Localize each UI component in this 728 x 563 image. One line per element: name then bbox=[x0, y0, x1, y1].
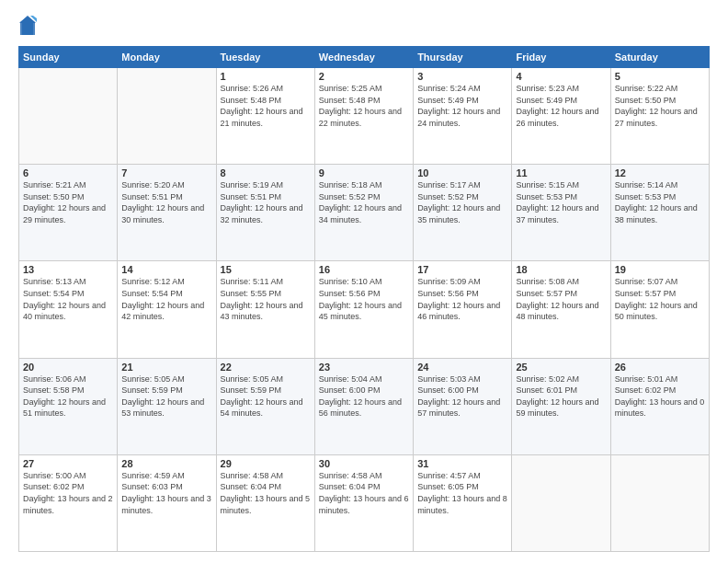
day-number: 24 bbox=[417, 362, 507, 373]
day-cell: 23Sunrise: 5:04 AMSunset: 6:00 PMDayligh… bbox=[314, 358, 413, 454]
day-info: Sunrise: 5:03 AMSunset: 6:00 PMDaylight:… bbox=[417, 373, 507, 419]
day-cell: 11Sunrise: 5:15 AMSunset: 5:53 PMDayligh… bbox=[512, 165, 610, 261]
day-number: 22 bbox=[221, 362, 311, 373]
day-info: Sunrise: 4:58 AMSunset: 6:04 PMDaylight:… bbox=[319, 470, 409, 516]
day-info: Sunrise: 5:18 AMSunset: 5:52 PMDaylight:… bbox=[319, 179, 409, 225]
day-number: 17 bbox=[417, 264, 507, 275]
day-info: Sunrise: 5:15 AMSunset: 5:53 PMDaylight:… bbox=[516, 179, 606, 225]
day-info: Sunrise: 5:24 AMSunset: 5:49 PMDaylight:… bbox=[417, 83, 507, 129]
header bbox=[18, 15, 710, 37]
day-number: 12 bbox=[615, 167, 705, 178]
col-saturday: Saturday bbox=[610, 47, 709, 68]
day-number: 26 bbox=[615, 362, 705, 373]
day-cell: 14Sunrise: 5:12 AMSunset: 5:54 PMDayligh… bbox=[118, 261, 216, 358]
day-number: 10 bbox=[417, 167, 507, 178]
day-cell: 27Sunrise: 5:00 AMSunset: 6:02 PMDayligh… bbox=[19, 454, 118, 551]
day-number: 28 bbox=[121, 458, 211, 469]
calendar-table: Sunday Monday Tuesday Wednesday Thursday… bbox=[18, 46, 710, 552]
day-cell: 10Sunrise: 5:17 AMSunset: 5:52 PMDayligh… bbox=[414, 165, 512, 261]
day-number: 20 bbox=[23, 362, 113, 373]
day-cell: 6Sunrise: 5:21 AMSunset: 5:50 PMDaylight… bbox=[19, 165, 118, 261]
week-row-1: 1Sunrise: 5:26 AMSunset: 5:48 PMDaylight… bbox=[19, 68, 710, 165]
day-cell: 9Sunrise: 5:18 AMSunset: 5:52 PMDaylight… bbox=[314, 165, 413, 261]
calendar-header: Sunday Monday Tuesday Wednesday Thursday… bbox=[19, 47, 710, 68]
col-tuesday: Tuesday bbox=[216, 47, 314, 68]
day-info: Sunrise: 5:14 AMSunset: 5:53 PMDaylight:… bbox=[615, 179, 705, 225]
day-cell: 3Sunrise: 5:24 AMSunset: 5:49 PMDaylight… bbox=[414, 68, 512, 165]
day-info: Sunrise: 5:12 AMSunset: 5:54 PMDaylight:… bbox=[121, 276, 211, 322]
day-info: Sunrise: 5:08 AMSunset: 5:57 PMDaylight:… bbox=[516, 276, 606, 322]
page: Sunday Monday Tuesday Wednesday Thursday… bbox=[0, 0, 728, 563]
day-cell: 8Sunrise: 5:19 AMSunset: 5:51 PMDaylight… bbox=[216, 165, 314, 261]
day-cell: 12Sunrise: 5:14 AMSunset: 5:53 PMDayligh… bbox=[610, 165, 709, 261]
day-info: Sunrise: 5:20 AMSunset: 5:51 PMDaylight:… bbox=[121, 179, 211, 225]
day-number: 5 bbox=[615, 71, 705, 82]
day-number: 31 bbox=[417, 458, 507, 469]
day-number: 8 bbox=[221, 167, 311, 178]
day-info: Sunrise: 5:05 AMSunset: 5:59 PMDaylight:… bbox=[121, 373, 211, 419]
day-info: Sunrise: 5:02 AMSunset: 6:01 PMDaylight:… bbox=[516, 373, 606, 419]
day-number: 11 bbox=[516, 167, 606, 178]
col-wednesday: Wednesday bbox=[314, 47, 413, 68]
day-number: 18 bbox=[516, 264, 606, 275]
col-monday: Monday bbox=[118, 47, 216, 68]
day-number: 16 bbox=[319, 264, 409, 275]
day-number: 2 bbox=[319, 71, 409, 82]
day-info: Sunrise: 5:25 AMSunset: 5:48 PMDaylight:… bbox=[319, 83, 409, 129]
day-cell: 21Sunrise: 5:05 AMSunset: 5:59 PMDayligh… bbox=[118, 358, 216, 454]
day-info: Sunrise: 5:05 AMSunset: 5:59 PMDaylight:… bbox=[221, 373, 311, 419]
day-info: Sunrise: 5:21 AMSunset: 5:50 PMDaylight:… bbox=[23, 179, 113, 225]
week-row-3: 13Sunrise: 5:13 AMSunset: 5:54 PMDayligh… bbox=[19, 261, 710, 358]
day-info: Sunrise: 5:01 AMSunset: 6:02 PMDaylight:… bbox=[615, 373, 705, 419]
day-cell: 5Sunrise: 5:22 AMSunset: 5:50 PMDaylight… bbox=[610, 68, 709, 165]
day-cell: 30Sunrise: 4:58 AMSunset: 6:04 PMDayligh… bbox=[314, 454, 413, 551]
day-info: Sunrise: 5:00 AMSunset: 6:02 PMDaylight:… bbox=[23, 470, 113, 516]
calendar-body: 1Sunrise: 5:26 AMSunset: 5:48 PMDaylight… bbox=[19, 68, 710, 552]
day-number: 21 bbox=[121, 362, 211, 373]
day-cell: 15Sunrise: 5:11 AMSunset: 5:55 PMDayligh… bbox=[216, 261, 314, 358]
day-cell: 16Sunrise: 5:10 AMSunset: 5:56 PMDayligh… bbox=[314, 261, 413, 358]
day-cell: 18Sunrise: 5:08 AMSunset: 5:57 PMDayligh… bbox=[512, 261, 610, 358]
day-cell: 7Sunrise: 5:20 AMSunset: 5:51 PMDaylight… bbox=[118, 165, 216, 261]
day-cell: 31Sunrise: 4:57 AMSunset: 6:05 PMDayligh… bbox=[414, 454, 512, 551]
day-cell: 29Sunrise: 4:58 AMSunset: 6:04 PMDayligh… bbox=[216, 454, 314, 551]
day-number: 3 bbox=[417, 71, 507, 82]
day-number: 30 bbox=[319, 458, 409, 469]
day-info: Sunrise: 5:09 AMSunset: 5:56 PMDaylight:… bbox=[417, 276, 507, 322]
day-info: Sunrise: 5:11 AMSunset: 5:55 PMDaylight:… bbox=[221, 276, 311, 322]
logo bbox=[18, 15, 39, 37]
day-info: Sunrise: 4:57 AMSunset: 6:05 PMDaylight:… bbox=[417, 470, 507, 516]
day-info: Sunrise: 5:10 AMSunset: 5:56 PMDaylight:… bbox=[319, 276, 409, 322]
week-row-2: 6Sunrise: 5:21 AMSunset: 5:50 PMDaylight… bbox=[19, 165, 710, 261]
day-info: Sunrise: 5:26 AMSunset: 5:48 PMDaylight:… bbox=[221, 83, 311, 129]
day-cell: 4Sunrise: 5:23 AMSunset: 5:49 PMDaylight… bbox=[512, 68, 610, 165]
day-info: Sunrise: 5:23 AMSunset: 5:49 PMDaylight:… bbox=[516, 83, 606, 129]
day-number: 9 bbox=[319, 167, 409, 178]
day-number: 13 bbox=[23, 264, 113, 275]
day-cell bbox=[512, 454, 610, 551]
day-info: Sunrise: 4:58 AMSunset: 6:04 PMDaylight:… bbox=[221, 470, 311, 516]
day-number: 25 bbox=[516, 362, 606, 373]
day-cell: 2Sunrise: 5:25 AMSunset: 5:48 PMDaylight… bbox=[314, 68, 413, 165]
day-cell: 1Sunrise: 5:26 AMSunset: 5:48 PMDaylight… bbox=[216, 68, 314, 165]
day-number: 29 bbox=[221, 458, 311, 469]
day-number: 7 bbox=[121, 167, 211, 178]
day-number: 15 bbox=[221, 264, 311, 275]
day-cell: 17Sunrise: 5:09 AMSunset: 5:56 PMDayligh… bbox=[414, 261, 512, 358]
col-sunday: Sunday bbox=[19, 47, 118, 68]
day-number: 27 bbox=[23, 458, 113, 469]
day-number: 1 bbox=[221, 71, 311, 82]
day-number: 14 bbox=[121, 264, 211, 275]
day-info: Sunrise: 5:13 AMSunset: 5:54 PMDaylight:… bbox=[23, 276, 113, 322]
day-info: Sunrise: 5:17 AMSunset: 5:52 PMDaylight:… bbox=[417, 179, 507, 225]
day-cell: 20Sunrise: 5:06 AMSunset: 5:58 PMDayligh… bbox=[19, 358, 118, 454]
header-row: Sunday Monday Tuesday Wednesday Thursday… bbox=[19, 47, 710, 68]
day-cell: 24Sunrise: 5:03 AMSunset: 6:00 PMDayligh… bbox=[414, 358, 512, 454]
day-cell: 22Sunrise: 5:05 AMSunset: 5:59 PMDayligh… bbox=[216, 358, 314, 454]
week-row-4: 20Sunrise: 5:06 AMSunset: 5:58 PMDayligh… bbox=[19, 358, 710, 454]
day-info: Sunrise: 5:07 AMSunset: 5:57 PMDaylight:… bbox=[615, 276, 705, 322]
day-cell bbox=[118, 68, 216, 165]
day-info: Sunrise: 5:19 AMSunset: 5:51 PMDaylight:… bbox=[221, 179, 311, 225]
day-number: 19 bbox=[615, 264, 705, 275]
day-cell: 25Sunrise: 5:02 AMSunset: 6:01 PMDayligh… bbox=[512, 358, 610, 454]
